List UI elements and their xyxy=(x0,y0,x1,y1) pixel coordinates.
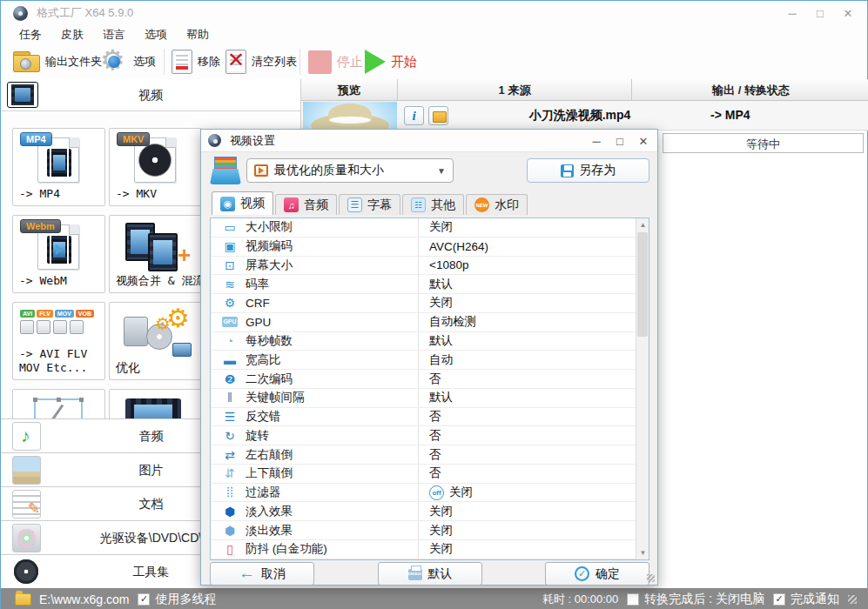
close-button[interactable]: ✕ xyxy=(836,3,860,23)
dialog-maximize-button[interactable]: □ xyxy=(611,135,629,148)
vertical-scrollbar[interactable]: ▲ ▼ xyxy=(636,218,649,559)
card-to-mp4[interactable]: MP4 -> MP4 xyxy=(12,128,105,206)
setting-value[interactable]: off关闭 xyxy=(419,485,636,500)
setting-label: 左右颠倒 xyxy=(246,447,293,463)
stop-button[interactable]: 停止 xyxy=(308,46,363,77)
setting-row[interactable]: ⬢淡出效果关闭 xyxy=(211,521,636,540)
tab-subtitle[interactable]: ☰ 字幕 xyxy=(339,194,400,215)
multithread-option[interactable]: ✓ 使用多线程 xyxy=(138,592,216,607)
setting-value[interactable]: 默认 xyxy=(419,390,636,405)
default-button[interactable]: 默认 xyxy=(378,562,482,586)
dialog-close-button[interactable]: ✕ xyxy=(635,135,652,148)
save-as-button[interactable]: 另存为 xyxy=(527,158,649,183)
menu-help[interactable]: 帮助 xyxy=(177,25,219,44)
tab-other[interactable]: ☷ 其他 xyxy=(402,194,464,215)
setting-value[interactable]: 默认 xyxy=(419,277,636,292)
tab-watermark[interactable]: NEW 水印 xyxy=(466,194,528,215)
column-output-status[interactable]: 输出 / 转换状态 xyxy=(633,83,868,98)
card-to-avi-flv-mov[interactable]: AVI FLV MOV VOB -> AVI FLV MOV Etc... xyxy=(12,302,105,380)
setting-value[interactable]: 否 xyxy=(419,409,636,425)
setting-value[interactable]: 关闭 xyxy=(419,504,636,519)
setting-label: 宽高比 xyxy=(246,352,281,368)
setting-row[interactable]: ❷二次编码否 xyxy=(211,370,636,389)
setting-value[interactable]: 关闭 xyxy=(419,295,636,311)
minimize-button[interactable]: ─ xyxy=(780,3,804,23)
setting-row[interactable]: ☰反交错否 xyxy=(211,408,636,427)
preset-dropdown[interactable]: 最优化的质量和大小 ▼ xyxy=(246,158,454,183)
setting-row[interactable]: ≋码率默认 xyxy=(211,275,636,294)
notify-checkbox[interactable]: ✓ xyxy=(773,593,785,606)
scroll-up-icon[interactable]: ▲ xyxy=(636,218,649,231)
info-button[interactable]: i xyxy=(404,106,424,125)
setting-row[interactable]: ◔每秒帧数默认 xyxy=(211,332,636,351)
tab-audio[interactable]: ♫ 音频 xyxy=(275,194,337,215)
card-to-mkv[interactable]: MKV -> MKV xyxy=(109,128,202,206)
open-folder-button[interactable] xyxy=(428,106,448,125)
cancel-button[interactable]: ← 取消 xyxy=(210,562,314,586)
setting-row[interactable]: ⚙CRF关闭 xyxy=(211,294,636,313)
setting-value[interactable]: 否 xyxy=(419,428,636,444)
column-source[interactable]: 1 来源 xyxy=(397,79,632,101)
webm-badge: Webm xyxy=(20,219,61,233)
shutdown-checkbox[interactable] xyxy=(627,593,639,606)
dialog-minimize-button[interactable]: ─ xyxy=(588,135,605,148)
setting-row[interactable]: ⬢淡入效果关闭 xyxy=(211,502,636,521)
maximize-button[interactable]: □ xyxy=(808,3,832,23)
setting-value[interactable]: 自动 xyxy=(419,352,636,368)
fade-out-icon: ⬢ xyxy=(222,525,238,537)
setting-row[interactable]: ▭大小限制关闭 xyxy=(211,218,636,238)
ok-button[interactable]: ✓ 确定 xyxy=(545,562,649,586)
multithread-checkbox[interactable]: ✓ xyxy=(138,593,150,606)
setting-label: 关键帧间隔 xyxy=(246,390,305,405)
setting-label: 二次编码 xyxy=(246,371,293,387)
setting-value[interactable]: 默认 xyxy=(419,333,636,349)
output-folder-button[interactable]: 输出文件夹 xyxy=(13,46,102,77)
setting-value[interactable]: 关闭 xyxy=(419,219,636,235)
output-path-folder-icon[interactable] xyxy=(15,593,31,606)
setting-value[interactable]: 否 xyxy=(419,371,636,387)
setting-value[interactable]: 关闭 xyxy=(419,541,636,557)
tab-video[interactable]: ◉ 视频 xyxy=(212,191,273,215)
chevron-down-icon: ▼ xyxy=(437,166,446,176)
setting-value[interactable]: 自动检测 xyxy=(419,314,636,330)
setting-row[interactable]: ↻旋转否 xyxy=(211,426,636,445)
setting-value[interactable]: <1080p xyxy=(419,258,636,271)
menu-skin[interactable]: 皮肤 xyxy=(51,25,93,44)
card-optimize[interactable]: ⚙⚙ 优化 xyxy=(109,302,202,380)
setting-row[interactable]: ⁞⁞过滤器off关闭 xyxy=(211,484,636,503)
clear-list-button[interactable]: ✕ 清空列表 xyxy=(225,46,297,77)
setting-row[interactable]: ⇵上下颠倒否 xyxy=(211,465,636,484)
setting-row[interactable]: ⇄左右颠倒否 xyxy=(211,445,636,465)
task-row[interactable]: i 小刀洗澡视频.mp4 -> MP4 xyxy=(301,101,868,130)
setting-row[interactable]: ⊡屏幕大小<1080p xyxy=(211,257,636,276)
card-to-webm[interactable]: Webm -> WebM xyxy=(12,215,105,293)
card-video-merge[interactable]: + 视频合并 & 混流 xyxy=(109,215,203,293)
menu-language[interactable]: 语言 xyxy=(93,25,135,44)
setting-row[interactable]: ▣视频编码AVC(H264) xyxy=(211,238,636,257)
keyframe-interval-icon: ‖ xyxy=(222,392,238,404)
setting-row[interactable]: ‖关键帧间隔默认 xyxy=(211,389,636,408)
setting-row[interactable]: ▯防抖 (白金功能)关闭 xyxy=(211,540,636,559)
start-button[interactable]: 开始 xyxy=(365,46,417,77)
setting-label: 码率 xyxy=(246,277,269,292)
setting-row[interactable]: GPUGPU自动检测 xyxy=(211,313,636,332)
column-preview[interactable]: 预览 xyxy=(301,83,397,98)
notify-option[interactable]: ✓ 完成通知 xyxy=(773,592,839,607)
setting-value[interactable]: AVC(H264) xyxy=(419,240,636,253)
scrollbar-thumb[interactable] xyxy=(637,232,648,337)
after-done-option[interactable]: 转换完成后 : 关闭电脑 xyxy=(627,592,764,607)
remove-button[interactable]: 移除 xyxy=(172,46,220,77)
output-path[interactable]: E:\www.x6g.com xyxy=(39,592,129,606)
setting-value[interactable]: 否 xyxy=(419,447,636,463)
menu-options[interactable]: 选项 xyxy=(135,25,177,44)
scroll-down-icon[interactable]: ▼ xyxy=(636,546,649,559)
options-button[interactable]: ⚙ 选项 xyxy=(100,46,156,77)
setting-row[interactable]: ▬宽高比自动 xyxy=(211,351,636,370)
dialog-resize-grip[interactable] xyxy=(647,574,655,582)
setting-label: 大小限制 xyxy=(246,219,293,235)
sidebar-header-video[interactable]: 视频 xyxy=(1,79,300,111)
menu-task[interactable]: 任务 xyxy=(10,25,51,44)
window-resize-grip[interactable] xyxy=(848,595,857,604)
setting-value[interactable]: 否 xyxy=(419,465,636,481)
setting-value[interactable]: 关闭 xyxy=(419,523,636,539)
